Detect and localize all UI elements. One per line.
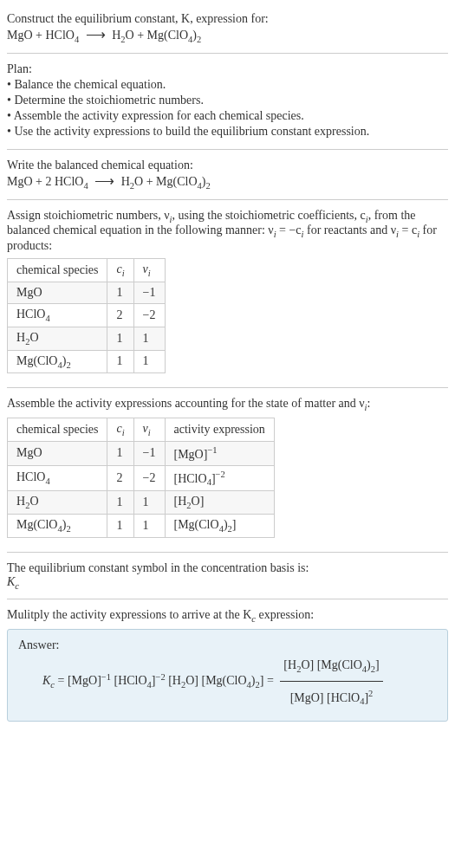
sub4: 4 [219,524,224,534]
eq-lhs: MgO + HClO [7,29,75,42]
sub4: 4 [83,181,88,191]
cell-activity: [Mg(ClO4)2] [165,514,274,537]
cell-c: 2 [107,465,133,490]
balanced-section: Write the balanced chemical equation: Mg… [7,153,448,196]
sub2: 2 [66,360,70,369]
cell-c: 1 [107,491,133,515]
sub4: 4 [45,314,49,323]
cell-species: Mg(ClO4)2 [8,514,107,537]
cell-species: HClO4 [8,465,107,490]
plan-section: Plan: • Balance the chemical equation. •… [7,57,448,146]
cell-species: H2O [8,491,107,515]
stoich-table: chemical species ci νi MgO 1 −1 HClO4 2 … [7,258,166,373]
answer-label: Answer: [18,638,437,652]
divider [7,599,448,599]
ans-mid5: ] = [260,675,277,688]
table-row: HClO4 2 −2 [HClO4]−2 [8,465,275,490]
cell-species: MgO [8,441,107,465]
ae-exp: −1 [207,445,217,455]
table-row: Mg(ClO4)2 1 1 [Mg(ClO4)2] [8,514,275,537]
fraction-numerator: [H2O] [Mg(ClO4)2] [280,652,382,682]
table-row: HClO4 2 −2 [8,303,166,327]
assign-t6: = c [399,223,417,236]
mult-t1: Mulitply the activity expressions to arr… [7,608,251,621]
cell-species: H2O [8,327,107,350]
bal-rhs-o: O + Mg(ClO [134,175,197,188]
plan-bullet-1: • Balance the chemical equation. [7,78,448,92]
ans-mid2: [H [166,675,181,688]
sub4: 4 [207,477,211,487]
ans-mid1: [HClO [111,675,147,688]
plan-title: Plan: [7,62,448,76]
ans-exp1: −1 [101,672,111,682]
table-row: Mg(ClO4)2 1 1 [8,350,166,373]
ans-mid3: O] [Mg(ClO [185,675,246,688]
table-row: H2O 1 1 [8,327,166,350]
assemble-t1: Assemble the activity expressions accoun… [7,397,365,410]
cell-text: HClO [16,308,45,321]
num-t1: [H [283,658,296,671]
num-t4: ] [375,658,380,671]
cell-v: 1 [133,491,165,515]
divider [7,199,448,200]
sub2: 2 [228,524,232,534]
cell-species: MgO [8,282,107,303]
col-species: chemical species [8,418,107,442]
ae-base: [HClO [174,471,207,484]
cell-c: 1 [107,327,133,350]
num-t2: O] [Mg(ClO [301,658,361,671]
cell-text: Mg(ClO [16,354,57,367]
ans-exp2: −2 [156,672,166,682]
cell-v: −1 [133,441,165,465]
assign-t1: Assign stoichiometric numbers, ν [7,209,170,222]
sub-i: i [122,428,125,437]
table-row: MgO 1 −1 [8,282,166,303]
den-t1: [MgO] [HClO [290,691,361,704]
construct-text: Construct the equilibrium constant, K, e… [7,12,269,25]
cell-c: 1 [107,514,133,537]
sub2b: 2 [197,35,201,44]
assemble-text: Assemble the activity expressions accoun… [7,397,448,412]
kc-k: K [7,575,15,588]
header-section: Construct the equilibrium constant, K, e… [7,7,448,49]
bal-lhs: MgO + 2 HClO [7,175,83,188]
symbol-section: The equilibrium constant symbol in the c… [7,556,448,596]
cell-text: HClO [16,470,45,483]
cell-v: 1 [133,327,165,350]
divider [7,53,448,54]
kc-c: c [15,580,19,590]
symbol-line: The equilibrium constant symbol in the c… [7,561,448,575]
den-exp: 2 [368,689,373,698]
col-species: chemical species [8,259,107,282]
cell-c: 2 [107,303,133,327]
eq-rhs-o: O + Mg(ClO [126,29,188,42]
kc-k: K [42,675,50,688]
cell-c: 1 [107,282,133,303]
multiply-text: Mulitply the activity expressions to arr… [7,608,448,624]
cell-c: 1 [107,441,133,465]
cell-v: 1 [133,514,165,537]
table-row: MgO 1 −1 [MgO]−1 [8,441,275,465]
table-header-row: chemical species ci νi [8,259,166,282]
cell-activity: [MgO]−1 [165,441,274,465]
col-activity: activity expression [165,418,274,442]
sub2: 2 [66,524,70,534]
ae-base: [H [174,495,187,508]
sub4: 4 [57,360,62,369]
kc-symbol: Kc [7,575,448,591]
assign-t5: for reactants and ν [303,223,396,236]
bal-rhs-h: H [121,175,130,188]
cell-species: HClO4 [8,303,107,327]
table-header-row: chemical species ci νi activity expressi… [8,418,275,442]
col-v: νi [133,259,165,282]
assemble-section: Assemble the activity expressions accoun… [7,392,448,547]
table-row: H2O 1 1 [H2O] [8,491,275,515]
sub2: 2 [186,501,191,510]
sub-i: i [148,269,151,278]
sub-i: i [148,428,151,437]
sub4: 4 [75,35,79,44]
assign-t2: , using the stoichiometric coefficients,… [172,209,365,222]
ans-eq: = [MgO] [55,675,101,688]
col-v: νi [133,418,165,442]
cell-text: H [16,331,25,344]
